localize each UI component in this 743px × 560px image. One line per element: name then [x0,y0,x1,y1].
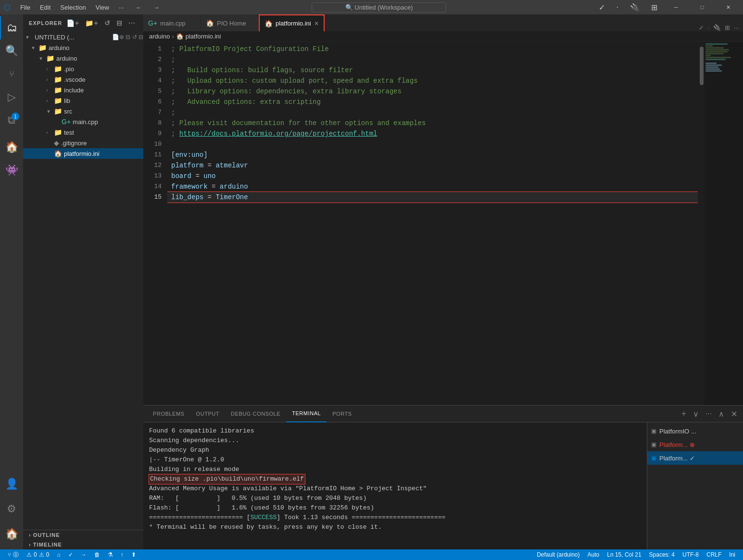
code-content[interactable]: ; PlatformIO Project Configuration File … [167,42,698,405]
panel-more-icon[interactable]: ··· [704,408,714,419]
status-platform[interactable]: Default (arduino) [533,549,583,560]
tree-item-lib[interactable]: › 📁 lib [23,95,143,106]
tree-item-gitignore[interactable]: ◆ .gitignore [23,138,143,148]
maximize-button[interactable]: □ [691,0,713,14]
collapse-icon[interactable]: ⊟ [114,18,125,28]
outline-header[interactable]: › OUTLINE [23,530,143,540]
status-upload[interactable]: ⬆ [127,549,140,560]
tree-item-main-cpp[interactable]: G+ main.cpp [23,116,143,127]
files-icon: 🗂 [7,22,17,34]
terminal-line-10: ========================= [SUCCESS] Took… [149,513,641,522]
status-up[interactable]: ↑ [117,549,127,560]
breadcrumb-part-1[interactable]: arduino [149,33,170,40]
menu-edit[interactable]: Edit [36,3,54,12]
panel-sidebar-item-1[interactable]: ▣ PlatformIO ... [647,424,743,438]
status-errors[interactable]: ⚠ 0 ⚠ 0 [23,549,53,560]
plug-tab-icon[interactable]: 🔌 [713,24,721,31]
source-control-icon: ⑂ [9,69,14,79]
nav-fwd[interactable]: → [150,3,164,12]
menu-selection[interactable]: Selection [56,3,89,12]
tab-platformio-ini-close[interactable]: ✕ [314,20,319,27]
tree-item-arduino-l2[interactable]: ▼ 📁 arduino [23,53,143,64]
status-flask-icon: ⚗ [108,551,113,558]
vscode-logo: ⬡ [4,3,11,12]
more-icon[interactable]: ··· [126,18,138,28]
status-trash[interactable]: 🗑 [90,549,104,560]
status-up-icon: ↑ [121,551,124,558]
panel-close-icon[interactable]: ✕ [729,408,739,420]
status-auto[interactable]: Auto [584,549,604,560]
status-branch-icon: ⑂ [8,551,11,558]
terminal[interactable]: Found 6 compatible libraries Scanning de… [143,422,647,549]
status-spaces[interactable]: Spaces: 4 [645,549,679,560]
panel-tab-debug-console[interactable]: DEBUG CONSOLE [225,406,286,422]
activity-item-source-control[interactable]: ⑂ [0,63,23,86]
activity-item-explorer[interactable]: 🗂 [0,16,23,39]
plug-icon[interactable]: 🔌 [626,1,643,14]
panel-chevron-icon[interactable]: ∨ [691,408,701,420]
tree-item-platformio-ini[interactable]: 🏠 platformio.ini [23,148,143,159]
timeline-header[interactable]: › TIMELINE [23,540,143,549]
activity-item-settings[interactable]: ⚙ [0,497,23,521]
nav-back[interactable]: ← [132,3,146,12]
activity-item-account[interactable]: 👤 [0,472,23,496]
status-encoding[interactable]: UTF-8 [679,549,703,560]
new-file-icon[interactable]: 📄+ [64,18,81,28]
check-icon[interactable]: ✓ [595,1,609,14]
status-language[interactable]: Ini [725,549,739,560]
tree-item-vscode[interactable]: › 📁 .vscode [23,74,143,85]
activity-item-search[interactable]: 🔍 [0,39,23,63]
minimize-button[interactable]: ─ [665,0,687,14]
menu-file[interactable]: File [16,3,34,12]
activity-item-platformio[interactable]: 🏠 [0,136,23,159]
dot-icon[interactable]: · [613,1,622,13]
activity-item-extensions[interactable]: ⧉ 1 [0,109,23,132]
tree-item-arduino-l1[interactable]: ▼ 📁 arduino [23,42,143,53]
panel-add-icon[interactable]: + [680,408,688,419]
tree-item-test[interactable]: › 📁 test [23,127,143,138]
file-gitignore-icon: ◆ [54,139,59,147]
panel-tab-terminal[interactable]: TERMINAL [286,406,327,422]
tree-item-include[interactable]: › 📁 include [23,85,143,95]
status-arrow[interactable]: → [77,549,90,560]
refresh-icon[interactable]: ↺ [102,18,113,28]
close-button[interactable]: ✕ [717,0,739,14]
tab-pio-home[interactable]: 🏠 PIO Home [201,14,259,31]
check-mark-icon[interactable]: ✓ [699,24,704,31]
status-eol[interactable]: CRLF [703,549,725,560]
status-auto-label: Auto [588,551,600,558]
more-tab-icon[interactable]: ··· [734,24,739,31]
panel-tab-ports[interactable]: PORTS [327,406,357,422]
status-check[interactable]: ✓ [64,549,77,560]
tab-main-cpp[interactable]: G+ main.cpp [143,14,201,31]
dot-action-icon[interactable]: · [708,24,710,31]
activity-item-pio-bottom[interactable]: 🏠 [0,522,23,546]
menu-more[interactable]: ··· [115,3,128,12]
status-flask[interactable]: ⚗ [104,549,117,560]
tree-item-pio[interactable]: › 📁 .pio [23,64,143,74]
breadcrumb-part-2[interactable]: platformio.ini [186,33,221,40]
panel-sidebar-item-2[interactable]: ▣ Platform... ⊗ [647,438,743,451]
code-text-14b: = [208,181,220,192]
activity-item-run[interactable]: ▷ [0,86,23,109]
tab-platformio-ini[interactable]: 🏠 platformio.ini ✕ [259,14,325,31]
editor-scrollbar[interactable] [698,42,705,405]
code-text-2: ; [171,54,175,65]
panel-up-icon[interactable]: ∧ [717,408,726,420]
panel-tab-output[interactable]: OUTPUT [190,406,226,422]
search-box[interactable]: 🔍 Untitled (Workspace) [312,2,446,13]
line-num-9: 9 [143,128,162,139]
status-home[interactable]: ⌂ [53,549,64,560]
tree-item-src[interactable]: ▼ 📁 src [23,106,143,116]
panel-tab-problems[interactable]: PROBLEMS [147,406,190,422]
menu-view[interactable]: View [92,3,113,12]
layout-tab-icon[interactable]: ⊞ [725,24,730,31]
new-folder-icon[interactable]: 📁+ [83,18,100,28]
activity-item-alien[interactable]: 👾 [0,159,23,182]
tree-root[interactable]: ▼ UNTITLED (... 📄⊕ ⊟ ↺ ⊟ [23,32,143,42]
layout-icon[interactable]: ⊞ [647,1,661,14]
scrollbar-thumb[interactable] [700,47,704,85]
status-source-control[interactable]: ⑂ ⓪ [4,549,23,560]
status-position[interactable]: Ln 15, Col 21 [603,549,645,560]
panel-sidebar-item-3[interactable]: ▣ Platform... ✓ [647,451,743,465]
